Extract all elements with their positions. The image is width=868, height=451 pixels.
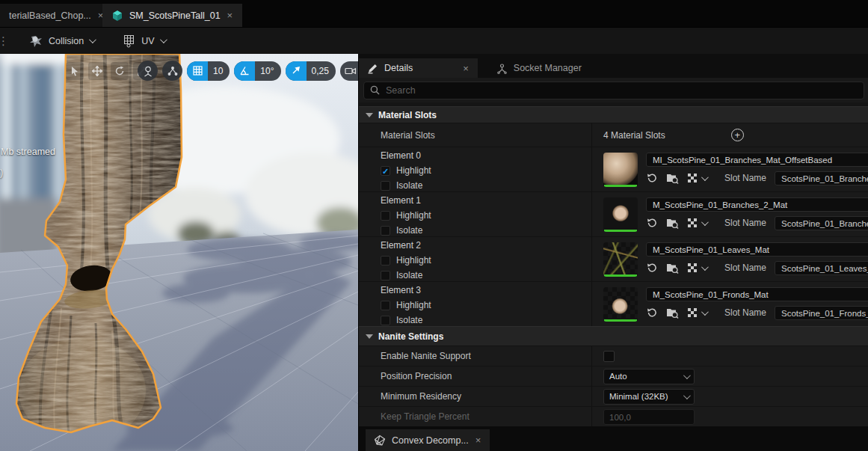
angle-snap-button[interactable]: 10° [234, 61, 280, 81]
tab-convex-decomposition[interactable]: Convex Decomp... × [366, 429, 490, 451]
tab-label: Details [384, 63, 413, 73]
use-selected-asset-icon[interactable] [646, 307, 658, 319]
checkbox[interactable] [381, 256, 390, 266]
tab-socket-manager[interactable]: Socket Manager [488, 58, 590, 78]
slot-name-field[interactable]: ScotsPine_01_Branches_M [775, 171, 868, 185]
checkbox-label: Isolate [396, 315, 422, 325]
material-thumbnail[interactable] [603, 197, 638, 232]
highlight-checkbox[interactable]: Highlight [381, 298, 591, 313]
element-label: Element 0 [381, 149, 591, 163]
isolate-checkbox[interactable]: Isolate [381, 313, 591, 328]
material-thumbnail[interactable] [603, 153, 638, 187]
search-input[interactable]: Search [363, 82, 864, 99]
close-icon[interactable]: × [475, 435, 482, 445]
camera-speed-button[interactable]: 4 [340, 61, 358, 81]
material-element-row: Element 0 ✓ Highlight Isolate [359, 147, 868, 191]
viewport-3d[interactable]: 10 10° [0, 54, 358, 451]
socket-manager-icon [496, 63, 508, 74]
collapse-arrow-icon [366, 334, 373, 339]
isolate-checkbox[interactable]: Isolate [381, 223, 591, 238]
scale-snap-button[interactable]: 0,25 [286, 61, 336, 81]
world-coordinate-button[interactable] [138, 61, 158, 81]
details-pencil-icon [367, 63, 378, 74]
collision-dropdown[interactable]: Collision [25, 31, 99, 51]
checkbox[interactable] [381, 226, 390, 236]
move-tool-icon[interactable] [88, 62, 106, 80]
collision-label: Collision [49, 36, 84, 46]
browse-to-asset-icon[interactable] [666, 217, 679, 229]
toolbar-overflow-icon[interactable]: ⋮ [0, 34, 5, 48]
close-icon[interactable]: × [462, 64, 470, 73]
element-label: Element 2 [381, 239, 591, 253]
slot-name-field[interactable]: ScotsPine_01_Branches_2 [775, 216, 868, 230]
highlight-checkbox[interactable]: Highlight [381, 208, 591, 223]
tab-details[interactable]: Details × [359, 58, 478, 78]
material-options-icon[interactable] [687, 218, 707, 228]
checkbox[interactable] [381, 271, 390, 280]
select-tool-icon[interactable] [66, 62, 84, 80]
property-label: Position Precision [359, 366, 591, 386]
checkbox-label: Isolate [396, 180, 422, 191]
section-material-slots[interactable]: Material Slots [359, 106, 868, 123]
angle-snap-value: 10° [255, 61, 280, 81]
material-options-icon[interactable] [687, 307, 707, 318]
material-name-field[interactable]: M_ScotsPine_01_Leaves_Mat [646, 242, 868, 257]
rotate-tool-icon[interactable] [111, 62, 129, 80]
minimum-residency-dropdown[interactable]: Minimal (32KB) [603, 389, 695, 405]
use-selected-asset-icon[interactable] [646, 172, 658, 184]
slot-name-label: Slot Name [724, 263, 766, 273]
surface-snapping-button[interactable] [162, 61, 182, 81]
checkbox[interactable] [381, 211, 390, 221]
grid-snap-button[interactable]: 10 [187, 61, 230, 81]
material-element-row: Element 2 Highlight Isolate [359, 236, 868, 281]
convex-decomposition-icon [374, 435, 386, 447]
dropdown-value: Minimal (32KB) [609, 392, 668, 401]
uv-dropdown[interactable]: UV [118, 31, 169, 51]
dropdown-value: Auto [609, 372, 627, 381]
material-thumbnail[interactable] [603, 242, 638, 277]
highlight-checkbox[interactable]: ✓ Highlight [381, 163, 591, 178]
isolate-checkbox[interactable]: Isolate [381, 178, 591, 193]
checkbox[interactable]: ✓ [381, 166, 390, 176]
collision-icon [29, 34, 43, 48]
static-mesh-cube-icon [111, 10, 123, 22]
browse-to-asset-icon[interactable] [666, 307, 679, 319]
browse-to-asset-icon[interactable] [666, 262, 679, 274]
material-element-row: Element 3 Highlight Isolate [359, 281, 868, 326]
keep-triangle-percent-field: 100,0 [603, 409, 695, 425]
slot-name-field[interactable]: ScotsPine_01_Leaves_Ma [775, 261, 868, 275]
use-selected-asset-icon[interactable] [646, 217, 658, 229]
section-nanite-settings[interactable]: Nanite Settings [359, 326, 868, 346]
enable-nanite-checkbox[interactable] [603, 351, 615, 362]
streaming-stats-text: Mb streamed [1, 147, 55, 157]
slot-name-field[interactable]: ScotsPine_01_Fronds_Ma [775, 306, 868, 320]
asset-tab-scotspine[interactable]: SM_ScotsPineTall_01 × [102, 4, 242, 27]
highlight-checkbox[interactable]: Highlight [381, 253, 591, 268]
checkbox[interactable] [381, 301, 390, 310]
isolate-checkbox[interactable]: Isolate [381, 268, 591, 283]
details-tab-bar: Details × Socket Manager [359, 56, 868, 78]
grid-snap-icon [187, 61, 208, 81]
asset-tab-materialbased[interactable]: terialBased_Chop... × [0, 4, 102, 27]
checkbox[interactable] [381, 316, 390, 325]
viewport-snap-controls: 10 10° [138, 61, 358, 81]
browse-to-asset-icon[interactable] [666, 172, 679, 184]
material-name-field[interactable]: MI_ScotsPine_01_Branches_Mat_OffsetBased [646, 153, 868, 167]
add-material-slot-button[interactable]: + [731, 129, 744, 141]
material-name-field[interactable]: M_ScotsPine_01_Branches_2_Mat [646, 197, 868, 212]
slot-name-label: Slot Name [724, 173, 766, 183]
position-precision-dropdown[interactable]: Auto [603, 369, 695, 384]
grid-snap-value: 10 [208, 61, 230, 81]
use-selected-asset-icon[interactable] [646, 262, 658, 274]
close-icon[interactable]: × [227, 10, 234, 20]
uv-label: UV [141, 36, 154, 46]
material-options-icon[interactable] [687, 263, 707, 273]
checkbox[interactable] [381, 181, 390, 191]
section-title: Material Slots [378, 110, 437, 120]
material-name-field[interactable]: M_ScotsPine_01_Fronds_Mat [646, 287, 868, 301]
scale-snap-icon [286, 61, 307, 81]
material-thumbnail[interactable] [603, 287, 638, 322]
material-options-icon[interactable] [687, 173, 707, 183]
enable-nanite-row: Enable Nanite Support [359, 346, 868, 366]
checkbox-label: Isolate [396, 225, 422, 236]
